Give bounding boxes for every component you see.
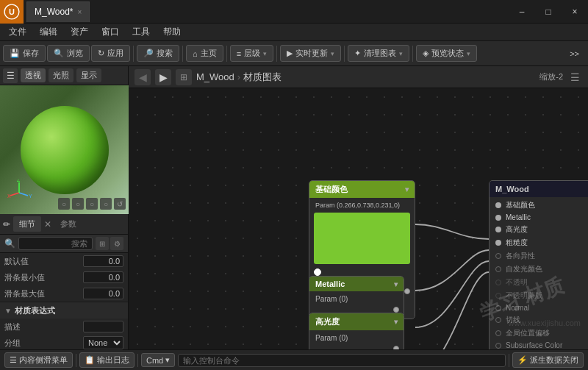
bottom-separator <box>76 354 76 367</box>
tab-params[interactable]: 参数 <box>54 216 82 232</box>
layers-button[interactable]: ≡ 层级 ▾ <box>230 45 273 62</box>
minimize-button[interactable]: – <box>509 0 535 24</box>
viewport-menu-btn[interactable]: ☰ <box>3 68 18 83</box>
viewport[interactable]: Y X Z ○ ○ ○ ○ ↺ <box>0 85 129 214</box>
active-tab[interactable]: M_Wood* × <box>26 1 90 22</box>
graph-layout-btn[interactable]: ⊞ <box>176 69 192 85</box>
output-log-btn[interactable]: 📋 输出日志 <box>79 352 135 368</box>
clean-button[interactable]: ✦ 清理图表 ▾ <box>348 45 409 62</box>
search-grid-btn[interactable]: ⊞ <box>96 237 109 250</box>
slider-min-input[interactable] <box>83 271 123 283</box>
search-button[interactable]: 🔎 搜索 <box>137 45 179 62</box>
pin-rgb[interactable] <box>314 268 321 276</box>
apply-button[interactable]: ↻ 应用 <box>91 45 130 62</box>
default-value-input[interactable] <box>83 255 123 267</box>
params-tab-label: 参数 <box>60 218 76 230</box>
realtime-button[interactable]: ▶ 实时更新 ▾ <box>280 45 341 62</box>
pin-in-world-offset[interactable] <box>495 330 501 336</box>
node-specular-expand[interactable]: ▾ <box>394 318 398 326</box>
breadcrumb-separator: › <box>237 71 240 82</box>
cmd-btn[interactable]: Cmd ▾ <box>141 353 175 367</box>
content-menu-label: 内容侧滑菜单 <box>19 355 68 366</box>
node-metallic-expand[interactable]: ▾ <box>394 280 398 288</box>
search-settings-btn[interactable]: ⚙ <box>110 237 123 250</box>
console-input[interactable] <box>178 354 506 367</box>
menu-window[interactable]: 窗口 <box>96 24 125 40</box>
viewport-ctrl-3[interactable]: ○ <box>86 198 98 210</box>
node-graph-area[interactable]: ◀ ▶ ⊞ M_Wood › 材质图表 缩放-2 ☰ <box>129 66 588 349</box>
output-node-header: M_Wood <box>490 181 588 197</box>
desc-input[interactable] <box>83 321 123 332</box>
pin-out-value[interactable] <box>404 288 410 294</box>
pin-in-tangent[interactable] <box>495 317 501 323</box>
pin-label-world-offset: 全局位置偏移 <box>506 328 550 338</box>
preview-button[interactable]: ◈ 预览状态 ▾ <box>416 45 477 62</box>
output-pin-subsurface: Subsurface Color <box>490 340 588 349</box>
content-slide-menu-btn[interactable]: ☰ 内容侧滑菜单 <box>4 352 73 368</box>
toolbar-separator-2 <box>182 46 183 62</box>
node-expand-btn[interactable]: ▾ <box>405 185 409 193</box>
viewport-ctrl-1[interactable]: ○ <box>58 198 70 210</box>
pin-metallic-out[interactable] <box>393 307 399 313</box>
tab-details[interactable]: 细节 <box>13 216 41 232</box>
pin-label-tangent: 切线 <box>506 315 520 325</box>
output-pin-metallic: Metallic <box>490 212 588 223</box>
details-panel: 默认值 滑条最小值 滑条最大值 ▼ 材质表达式 描述 <box>0 253 128 349</box>
toolbar: 💾 保存 🔍 浏览 ↻ 应用 🔎 搜索 ⌂ 主页 ≡ 层级 ▾ ▶ 实时更新 ▾… <box>0 41 588 66</box>
graph-canvas[interactable]: 基础颜色 ▾ Param (0.266,0.738,0.231,0) <box>129 88 588 349</box>
pin-in-anisotropy[interactable] <box>495 253 501 259</box>
viewport-sphere <box>21 106 109 194</box>
search-icon: 🔎 <box>143 49 154 58</box>
node-base-color-param: Param (0.266,0.738,0.231,0) <box>314 201 410 210</box>
prop-slider-max: 滑条最大值 <box>0 285 128 302</box>
nav-forward-button[interactable]: ▶ <box>155 69 171 85</box>
graph-menu-btn[interactable]: ☰ <box>567 70 582 85</box>
viewport-ctrl-4[interactable]: ○ <box>100 198 112 210</box>
section-material-expr[interactable]: ▼ 材质表达式 <box>0 302 128 319</box>
output-pin-specular: 高光度 <box>490 223 588 236</box>
tab-close-btn[interactable]: × <box>77 8 82 16</box>
pin-label-metallic: Metallic <box>506 213 531 221</box>
menu-file[interactable]: 文件 <box>3 24 32 40</box>
close-button[interactable]: × <box>562 0 588 24</box>
output-node[interactable]: M_Wood 基础颜色 Metallic 高光度 <box>489 180 588 349</box>
slider-max-input[interactable] <box>83 288 123 299</box>
layers-icon: ≡ <box>237 49 241 58</box>
output-pin-world-offset: 全局位置偏移 <box>490 327 588 340</box>
main-area: ☰ 透视 光照 显示 Y X Z ○ ○ <box>0 66 588 349</box>
browse-button[interactable]: 🔍 浏览 <box>47 45 90 62</box>
pin-in-subsurface[interactable] <box>495 343 501 349</box>
cross-btn[interactable]: ✕ <box>44 219 51 230</box>
menu-tools[interactable]: 工具 <box>126 24 156 40</box>
menu-asset[interactable]: 资产 <box>65 24 94 40</box>
pin-in-base-color[interactable] <box>495 202 501 208</box>
viewport-mode-perspective[interactable]: 透视 <box>21 68 46 82</box>
home-button[interactable]: ⌂ 主页 <box>186 45 223 62</box>
pin-in-metallic[interactable] <box>495 215 501 221</box>
viewport-ctrl-5[interactable]: ↺ <box>114 198 126 210</box>
preview-dropdown-icon: ▾ <box>467 50 470 57</box>
viewport-mode-lighting[interactable]: 光照 <box>49 68 74 82</box>
derived-data-btn[interactable]: ⚡ 派生数据关闭 <box>512 352 584 368</box>
nav-back-button[interactable]: ◀ <box>135 69 151 85</box>
details-search-input[interactable] <box>18 237 93 250</box>
menu-help[interactable]: 帮助 <box>157 24 187 40</box>
maximize-button[interactable]: □ <box>535 0 562 24</box>
pin-in-normal[interactable] <box>495 305 501 311</box>
pin-in-emissive[interactable] <box>495 266 501 272</box>
menu-edit[interactable]: 编辑 <box>34 24 63 40</box>
expand-toolbar-button[interactable]: >> <box>564 47 585 60</box>
pin-specular-out[interactable] <box>393 346 399 349</box>
pin-in-specular[interactable] <box>495 227 501 232</box>
viewport-mode-display[interactable]: 显示 <box>76 68 101 82</box>
viewport-ctrl-2[interactable]: ○ <box>72 198 84 210</box>
node-specular[interactable]: 高光度 ▾ Param (0) <box>309 313 404 349</box>
ue-logo: U <box>0 0 24 24</box>
pin-in-roughness[interactable] <box>495 240 501 246</box>
pencil-btn[interactable]: ✏ <box>3 219 10 230</box>
save-button[interactable]: 💾 保存 <box>3 45 46 62</box>
node-base-color-header: 基础颜色 ▾ <box>309 181 415 198</box>
realtime-dropdown-icon: ▾ <box>331 50 334 57</box>
group-select[interactable]: None <box>83 336 123 349</box>
breadcrumb-root[interactable]: M_Wood <box>196 71 234 82</box>
